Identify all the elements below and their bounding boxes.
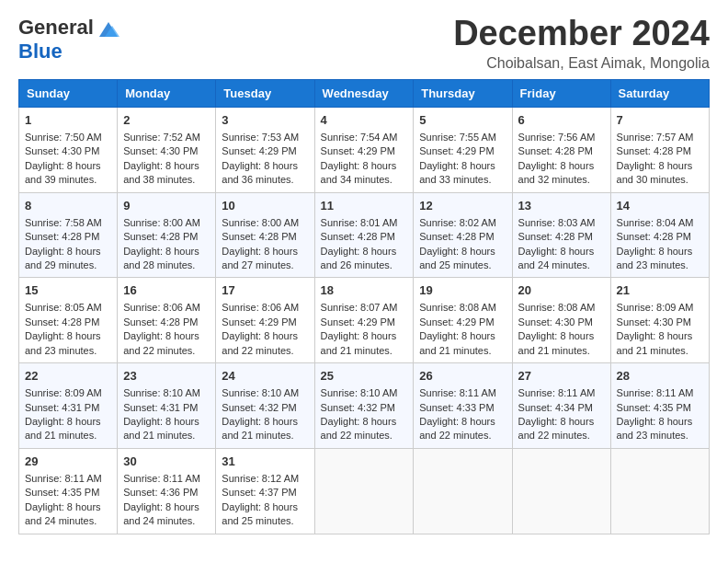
day-info-line: Sunrise: 8:10 AM [123, 386, 210, 400]
day-number: 21 [617, 282, 703, 299]
day-info-line: Daylight: 8 hours [222, 415, 308, 429]
day-info-line: and 25 minutes. [419, 259, 506, 272]
day-info-line: Sunset: 4:31 PM [123, 401, 210, 415]
day-number: 2 [123, 112, 210, 129]
day-info-line: and 24 minutes. [25, 514, 111, 528]
day-info-line: Sunrise: 8:00 AM [123, 216, 210, 230]
day-info-line: and 30 minutes. [617, 173, 703, 187]
day-info-line: Sunset: 4:33 PM [419, 401, 506, 415]
day-info-line: Daylight: 8 hours [419, 415, 506, 429]
day-info-line: Daylight: 8 hours [617, 329, 703, 343]
day-number: 25 [321, 368, 408, 385]
calendar-cell: 4Sunrise: 7:54 AMSunset: 4:29 PMDaylight… [314, 107, 414, 192]
day-info-line: Daylight: 8 hours [222, 500, 308, 514]
day-number: 5 [419, 112, 506, 129]
day-info-line: Sunrise: 8:06 AM [123, 301, 210, 315]
day-number: 10 [222, 198, 308, 214]
day-info-line: Sunset: 4:28 PM [518, 230, 605, 244]
day-info-line: and 21 minutes. [617, 344, 703, 358]
day-info-line: Daylight: 8 hours [617, 415, 703, 429]
day-info-line: Sunrise: 7:55 AM [419, 131, 506, 144]
day-info-line: Sunrise: 7:58 AM [25, 216, 111, 230]
day-info-line: Daylight: 8 hours [123, 329, 210, 343]
day-number: 19 [419, 282, 506, 299]
day-info-line: Daylight: 8 hours [321, 415, 408, 429]
day-info-line: Daylight: 8 hours [222, 245, 308, 259]
title-block: December 2024 Choibalsan, East Aimak, Mo… [453, 15, 710, 72]
day-info-line: Sunset: 4:30 PM [518, 316, 605, 329]
day-number: 8 [25, 198, 111, 214]
day-info-line: Sunset: 4:29 PM [419, 316, 506, 329]
calendar-week-row: 22Sunrise: 8:09 AMSunset: 4:31 PMDayligh… [19, 363, 710, 449]
calendar-day-header: Thursday [414, 79, 512, 107]
day-info-line: Sunrise: 8:11 AM [123, 472, 210, 486]
day-info-line: Daylight: 8 hours [419, 245, 506, 259]
day-number: 31 [222, 454, 308, 470]
day-number: 9 [123, 198, 210, 214]
day-number: 27 [518, 368, 605, 385]
calendar-cell: 24Sunrise: 8:10 AMSunset: 4:32 PMDayligh… [216, 363, 314, 449]
calendar-cell: 29Sunrise: 8:11 AMSunset: 4:35 PMDayligh… [19, 448, 118, 534]
day-info-line: Daylight: 8 hours [25, 329, 111, 343]
calendar-cell: 6Sunrise: 7:56 AMSunset: 4:28 PMDaylight… [512, 107, 610, 192]
calendar-cell [512, 448, 610, 534]
day-info-line: Sunrise: 8:05 AM [25, 301, 111, 315]
day-info-line: Sunrise: 7:56 AM [518, 131, 605, 144]
calendar-cell [610, 448, 709, 534]
day-info-line: and 27 minutes. [222, 259, 308, 272]
calendar-cell: 8Sunrise: 7:58 AMSunset: 4:28 PMDaylight… [19, 192, 118, 278]
calendar-day-header: Tuesday [216, 79, 314, 107]
calendar-cell: 18Sunrise: 8:07 AMSunset: 4:29 PMDayligh… [314, 278, 414, 363]
calendar-cell: 26Sunrise: 8:11 AMSunset: 4:33 PMDayligh… [414, 363, 512, 449]
day-info-line: Daylight: 8 hours [321, 245, 408, 259]
day-info-line: Sunset: 4:28 PM [419, 230, 506, 244]
day-number: 29 [25, 454, 111, 470]
location-subtitle: Choibalsan, East Aimak, Mongolia [453, 55, 710, 72]
calendar-cell: 7Sunrise: 7:57 AMSunset: 4:28 PMDaylight… [610, 107, 709, 192]
calendar-day-header: Sunday [19, 79, 118, 107]
day-number: 20 [518, 282, 605, 299]
day-info-line: Daylight: 8 hours [518, 159, 605, 173]
day-info-line: Sunrise: 8:08 AM [419, 301, 506, 315]
calendar-cell: 3Sunrise: 7:53 AMSunset: 4:29 PMDaylight… [216, 107, 314, 192]
day-number: 17 [222, 282, 308, 299]
day-info-line: and 21 minutes. [25, 429, 111, 442]
day-info-line: Sunset: 4:28 PM [222, 230, 308, 244]
day-info-line: and 22 minutes. [321, 429, 408, 442]
calendar-cell [414, 448, 512, 534]
calendar-cell: 11Sunrise: 8:01 AMSunset: 4:28 PMDayligh… [314, 192, 414, 278]
day-info-line: and 23 minutes. [617, 259, 703, 272]
day-info-line: Sunrise: 8:01 AM [321, 216, 408, 230]
calendar-cell: 16Sunrise: 8:06 AMSunset: 4:28 PMDayligh… [118, 278, 216, 363]
day-info-line: Sunrise: 8:11 AM [617, 386, 703, 400]
day-info-line: Sunset: 4:28 PM [25, 316, 111, 329]
day-info-line: Sunset: 4:28 PM [617, 230, 703, 244]
day-info-line: Sunrise: 8:11 AM [518, 386, 605, 400]
day-info-line: Daylight: 8 hours [321, 159, 408, 173]
day-info-line: and 28 minutes. [123, 259, 210, 272]
calendar-cell: 28Sunrise: 8:11 AMSunset: 4:35 PMDayligh… [610, 363, 709, 449]
day-info-line: Sunrise: 7:50 AM [25, 131, 111, 144]
calendar-cell: 17Sunrise: 8:06 AMSunset: 4:29 PMDayligh… [216, 278, 314, 363]
day-number: 12 [419, 198, 506, 214]
day-info-line: Sunset: 4:35 PM [617, 401, 703, 415]
day-number: 11 [321, 198, 408, 214]
day-info-line: and 38 minutes. [123, 173, 210, 187]
page-header: General Blue December 2024 Choibalsan, E… [18, 15, 710, 72]
day-number: 15 [25, 282, 111, 299]
day-info-line: Sunrise: 8:06 AM [222, 301, 308, 315]
day-info-line: Daylight: 8 hours [25, 159, 111, 173]
day-info-line: Sunrise: 8:00 AM [222, 216, 308, 230]
day-info-line: Sunset: 4:34 PM [518, 401, 605, 415]
calendar-cell: 23Sunrise: 8:10 AMSunset: 4:31 PMDayligh… [118, 363, 216, 449]
day-info-line: Sunset: 4:29 PM [321, 316, 408, 329]
day-info-line: Sunset: 4:28 PM [617, 144, 703, 158]
day-info-line: Sunrise: 8:02 AM [419, 216, 506, 230]
calendar-cell: 31Sunrise: 8:12 AMSunset: 4:37 PMDayligh… [216, 448, 314, 534]
month-title: December 2024 [453, 15, 710, 53]
day-info-line: and 26 minutes. [321, 259, 408, 272]
day-number: 30 [123, 454, 210, 470]
day-info-line: Sunset: 4:30 PM [25, 144, 111, 158]
day-number: 4 [321, 112, 408, 129]
day-number: 28 [617, 368, 703, 385]
